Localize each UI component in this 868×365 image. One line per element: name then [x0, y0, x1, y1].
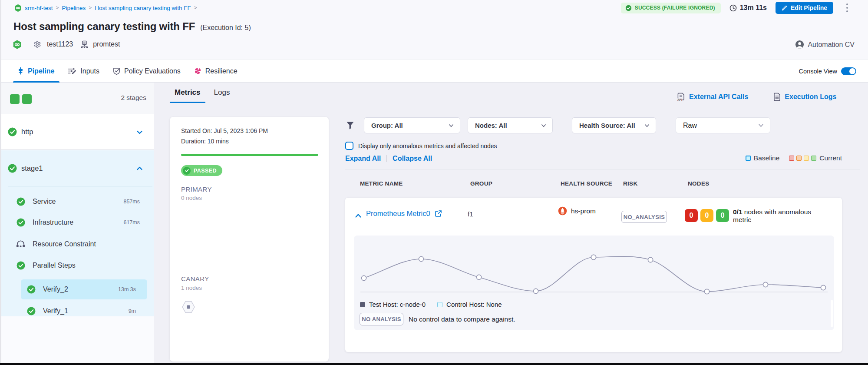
test-host-swatch — [360, 302, 365, 307]
primary-nodes-count: 0 nodes — [181, 195, 202, 201]
execution-stage-sidebar: 2 stages http stage1 — [0, 83, 154, 365]
metric-group: f1 — [468, 210, 473, 218]
edit-pipeline-button[interactable]: Edit Pipeline — [776, 2, 833, 14]
canary-node-icon[interactable] — [182, 301, 195, 313]
chevron-down-icon — [758, 122, 764, 129]
breadcrumb-pipeline-name[interactable]: Host sampling canary testing with FF — [95, 5, 191, 11]
no-analysis-row: NO ANALYSIS No control data to compare a… — [360, 313, 515, 325]
stage-item-http[interactable]: http — [0, 114, 154, 150]
breadcrumb-separator: > — [89, 5, 92, 11]
control-host-label: Control Host: None — [446, 301, 502, 308]
collapse-row-chevron-icon[interactable] — [355, 213, 362, 219]
breadcrumb-pipelines[interactable]: Pipelines — [62, 5, 86, 11]
column-header-health-source: HEALTH SOURCE — [561, 180, 612, 187]
external-link-icon[interactable] — [435, 210, 442, 217]
console-view-toggle[interactable] — [841, 67, 856, 75]
metric-chart-panel: Test Host: c-node-0 Control Host: None N… — [354, 236, 834, 330]
tab-logs[interactable]: Logs — [209, 87, 235, 103]
verification-tabs: Metrics Logs — [170, 87, 234, 103]
chevron-down-icon — [541, 123, 547, 129]
more-options-menu[interactable] — [842, 2, 852, 14]
success-check-icon — [27, 307, 36, 315]
step-name: Verify_1 — [43, 307, 68, 315]
collapse-all-link[interactable]: Collapse All — [393, 155, 432, 163]
step-duration: 13m 3s — [118, 286, 136, 292]
delegate-icon — [80, 40, 89, 49]
metric-row-card: Prometheus Metric0 f1 hs-prom NO_ANALYSI… — [345, 198, 842, 352]
metric-name-link[interactable]: Prometheus Metric0 — [366, 209, 430, 218]
group-filter-dropdown[interactable]: Group: All — [364, 117, 460, 133]
expand-collapse-controls: Expand All Collapse All — [345, 154, 432, 163]
expand-all-link[interactable]: Expand All — [345, 155, 381, 163]
current-green-swatch — [811, 156, 816, 161]
execution-id: (Execution Id: 5) — [200, 24, 251, 32]
nodes-filter-dropdown[interactable]: Nodes: All — [468, 117, 553, 133]
execution-logs-link[interactable]: Execution Logs — [773, 93, 836, 101]
stages-count: 2 stages — [121, 94, 146, 102]
stages-summary: 2 stages — [0, 83, 154, 114]
tab-metrics[interactable]: Metrics — [170, 87, 205, 103]
pipeline-meta-row: test1123 promtest — [13, 39, 120, 50]
breadcrumb-separator: > — [56, 5, 59, 11]
window-bottom-edge — [0, 363, 868, 365]
clock-icon — [729, 4, 737, 12]
chart-scrollbar[interactable] — [831, 300, 833, 327]
step-item-service[interactable]: Service 857ms — [0, 191, 154, 212]
api-document-icon: API — [677, 93, 685, 101]
step-item-verify-2[interactable]: Verify_2 13m 3s — [0, 279, 154, 300]
tab-resilience[interactable]: Resilience — [194, 60, 238, 83]
stage-status-square — [22, 94, 32, 104]
stage-name: stage1 — [21, 164, 43, 173]
step-name: Parallel Steps — [33, 262, 76, 269]
console-view-control: Console View — [799, 60, 856, 83]
gear-icon[interactable] — [33, 40, 42, 49]
success-check-icon — [8, 164, 17, 173]
anomalous-checkbox-label[interactable]: Display only anomalous metrics and affec… — [358, 143, 497, 149]
current-label: Current — [819, 154, 842, 162]
external-api-calls-link[interactable]: API External API Calls — [677, 93, 748, 101]
canary-label: CANARY — [181, 275, 209, 282]
chevron-up-icon — [136, 165, 143, 172]
canary-nodes-count: 1 nodes — [181, 285, 202, 291]
check-icon — [183, 167, 191, 175]
column-header-nodes: NODES — [688, 180, 710, 187]
svg-text:API: API — [677, 98, 682, 101]
step-item-infrastructure[interactable]: Infrastructure 617ms — [0, 212, 154, 233]
tab-inputs[interactable]: Inputs — [68, 60, 99, 83]
stage-item-stage1[interactable]: stage1 — [0, 150, 154, 186]
tab-pipeline[interactable]: Pipeline — [17, 60, 54, 83]
current-yellow-swatch — [804, 156, 809, 161]
chevron-down-icon — [136, 129, 143, 136]
resource-constraint-icon — [16, 240, 26, 249]
main-tabbar: Pipeline Inputs Policy Evaluations Resil… — [0, 59, 868, 83]
step-item-resource-constraint[interactable]: Resource Constraint — [0, 234, 154, 255]
test-host-label: Test Host: c-node-0 — [369, 301, 426, 308]
step-name: Service — [33, 198, 56, 206]
step-item-verify-1[interactable]: Verify_1 9m — [0, 301, 154, 322]
stage-steps-list: Service 857ms Infrastructure 617ms Resou… — [0, 186, 154, 316]
anomalous-checkbox[interactable] — [345, 142, 353, 150]
metric-row: Prometheus Metric0 f1 hs-prom NO_ANALYSI… — [345, 198, 842, 236]
metrics-header-links: API External API Calls Execution Logs — [677, 93, 836, 101]
tab-policy-evaluations[interactable]: Policy Evaluations — [113, 60, 181, 83]
health-source-filter-dropdown[interactable]: Health Source: All — [572, 117, 656, 133]
step-name: Infrastructure — [33, 219, 73, 226]
success-check-icon — [27, 285, 36, 294]
data-mode-dropdown[interactable]: Raw — [676, 117, 770, 133]
step-duration: 857ms — [123, 199, 140, 205]
pencil-icon — [782, 5, 787, 11]
breadcrumb-separator: > — [194, 5, 197, 11]
step-name: Verify_2 — [43, 285, 68, 293]
execution-duration: 13m 11s — [729, 4, 767, 12]
step-item-parallel-steps[interactable]: Parallel Steps — [0, 255, 154, 276]
column-header-metric-name: METRIC NAME — [360, 180, 403, 187]
success-check-icon — [17, 218, 25, 227]
srm-module-icon — [14, 4, 22, 12]
verification-summary-card: Started On: Jul 5, 2023 1:06 PM Duration… — [170, 117, 329, 362]
filter-icon — [346, 121, 354, 130]
risk-counts: 0 0 0 — [685, 209, 729, 222]
page-title-row: Host sampling canary testing with FF (Ex… — [13, 20, 251, 33]
inputs-icon — [68, 67, 76, 75]
anomalous-filter-row: Display only anomalous metrics and affec… — [345, 142, 497, 150]
breadcrumb-project[interactable]: srm-hf-test — [25, 5, 53, 11]
